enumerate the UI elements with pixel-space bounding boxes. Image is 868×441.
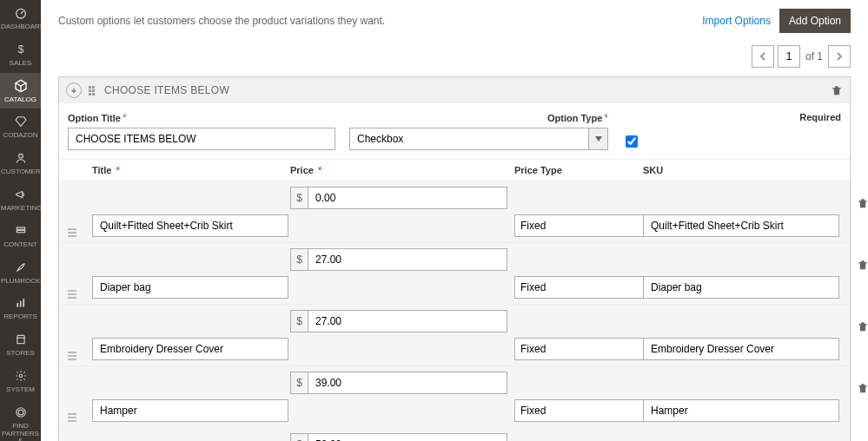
- value-row: $: [59, 181, 850, 242]
- row-price-input[interactable]: [308, 187, 507, 209]
- sidebar-item-label: CATALOG: [1, 96, 40, 104]
- row-pricetype-select[interactable]: [514, 338, 657, 360]
- topbar-actions: Import Options Add Option: [702, 9, 851, 33]
- currency-prefix: $: [290, 372, 308, 394]
- sidebar-item-reports[interactable]: REPORTS: [0, 290, 41, 326]
- row-sku-input[interactable]: [643, 214, 839, 237]
- col-pricetype-label: Price Type: [514, 165, 562, 175]
- admin-sidebar: DASHBOARD $ SALES CATALOG CODAZON CUSTOM…: [0, 0, 41, 441]
- puzzle-icon: [13, 405, 29, 420]
- person-icon: [13, 150, 29, 166]
- svg-rect-7: [23, 299, 24, 307]
- sidebar-item-label: PLUMROCKET: [1, 278, 40, 286]
- dollar-icon: $: [13, 42, 29, 57]
- svg-rect-5: [17, 303, 18, 307]
- topbar: Custom options let customers choose the …: [41, 0, 868, 42]
- collapse-toggle[interactable]: [66, 82, 82, 98]
- row-drag-handle-icon[interactable]: [68, 352, 76, 360]
- add-option-button[interactable]: Add Option: [779, 9, 851, 33]
- sidebar-item-catalog[interactable]: CATALOG: [0, 73, 41, 109]
- pager-page-input[interactable]: [778, 45, 800, 68]
- sidebar-item-system[interactable]: SYSTEM: [0, 363, 41, 399]
- option-panel-header: CHOOSE ITEMS BELOW: [59, 77, 850, 103]
- option-panel: CHOOSE ITEMS BELOW Option Title* Option …: [58, 76, 851, 441]
- required-asterisk: *: [604, 112, 608, 124]
- main-content: Custom options let customers choose the …: [41, 0, 868, 441]
- row-price-input[interactable]: [308, 372, 507, 394]
- svg-rect-6: [19, 301, 21, 307]
- row-delete-button[interactable]: [857, 320, 868, 332]
- row-pricetype-select[interactable]: [514, 399, 657, 422]
- currency-prefix: $: [290, 310, 308, 332]
- svg-rect-3: [17, 227, 24, 229]
- sidebar-item-label: CUSTOMERS: [1, 168, 40, 176]
- sidebar-item-codazon[interactable]: CODAZON: [0, 109, 41, 145]
- row-title-input[interactable]: [92, 276, 288, 299]
- values-grid-body: $ $: [59, 181, 850, 441]
- sidebar-item-stores[interactable]: STORES: [0, 326, 41, 363]
- row-title-input[interactable]: [92, 338, 288, 360]
- sidebar-item-label: MARKETING: [1, 205, 40, 213]
- layers-icon: [13, 223, 29, 239]
- gauge-icon: [13, 5, 29, 21]
- row-pricetype-select[interactable]: [514, 214, 657, 237]
- currency-prefix: $: [290, 433, 308, 441]
- sidebar-item-marketing[interactable]: MARKETING: [0, 181, 41, 218]
- sidebar-item-sales[interactable]: $ SALES: [0, 36, 41, 73]
- row-sku-input[interactable]: [643, 276, 839, 299]
- sidebar-item-label: REPORTS: [1, 313, 40, 321]
- store-icon: [13, 332, 29, 347]
- row-delete-button[interactable]: [857, 197, 868, 209]
- megaphone-icon: [13, 187, 29, 202]
- row-price-input[interactable]: [308, 433, 507, 441]
- svg-rect-4: [17, 230, 24, 232]
- col-title-label: Title: [92, 165, 111, 175]
- pager-next-button[interactable]: [828, 45, 851, 68]
- value-row: $: [59, 365, 850, 427]
- option-title-label: Option Title: [68, 113, 121, 123]
- svg-text:$: $: [17, 43, 23, 56]
- option-type-select[interactable]: [349, 128, 589, 150]
- delete-option-button[interactable]: [831, 84, 843, 96]
- gear-icon: [13, 368, 29, 384]
- row-delete-button[interactable]: [857, 382, 868, 394]
- sidebar-item-content[interactable]: CONTENT: [0, 218, 41, 254]
- sidebar-item-label: STORES: [1, 350, 40, 358]
- row-sku-input[interactable]: [643, 399, 839, 422]
- row-drag-handle-icon[interactable]: [68, 290, 76, 299]
- row-drag-handle-icon[interactable]: [68, 413, 76, 422]
- row-price-input[interactable]: [308, 248, 507, 271]
- row-title-input[interactable]: [92, 214, 288, 237]
- sidebar-item-plumrocket[interactable]: PLUMROCKET: [0, 254, 41, 291]
- option-required-checkbox[interactable]: [626, 135, 638, 148]
- sidebar-item-label: CODAZON: [1, 132, 40, 140]
- sidebar-item-customers[interactable]: CUSTOMERS: [0, 145, 41, 181]
- svg-point-9: [19, 374, 23, 378]
- svg-rect-8: [17, 338, 23, 343]
- currency-prefix: $: [290, 187, 308, 209]
- row-delete-button[interactable]: [857, 259, 868, 271]
- col-price-label: Price: [290, 165, 314, 175]
- option-type-label: Option Type: [547, 113, 602, 123]
- sidebar-item-label: SALES: [1, 60, 40, 68]
- drag-handle-icon[interactable]: [89, 85, 97, 95]
- import-options-link[interactable]: Import Options: [702, 15, 771, 27]
- sidebar-item-dashboard[interactable]: DASHBOARD: [0, 0, 41, 36]
- option-type-dropdown-button[interactable]: [589, 128, 608, 150]
- row-title-input[interactable]: [92, 399, 288, 422]
- sidebar-item-partners[interactable]: FIND PARTNERS & EXTENSIONS: [0, 399, 41, 441]
- diamond-icon: [13, 114, 29, 129]
- values-grid-header: Title * Price * Price Type SKU: [59, 159, 850, 181]
- sidebar-item-label: CONTENT: [1, 241, 40, 249]
- pager-of-label: of 1: [804, 50, 825, 63]
- sidebar-item-label: FIND PARTNERS & EXTENSIONS: [1, 423, 40, 441]
- pager: of 1: [41, 42, 868, 76]
- pager-prev-button[interactable]: [752, 45, 774, 68]
- option-panel-title: CHOOSE ITEMS BELOW: [104, 84, 229, 96]
- row-sku-input[interactable]: [643, 338, 839, 360]
- row-price-input[interactable]: [308, 310, 507, 332]
- row-pricetype-select[interactable]: [514, 276, 657, 299]
- row-drag-handle-icon[interactable]: [68, 228, 76, 237]
- svg-point-11: [16, 408, 25, 418]
- option-title-input[interactable]: [68, 128, 335, 150]
